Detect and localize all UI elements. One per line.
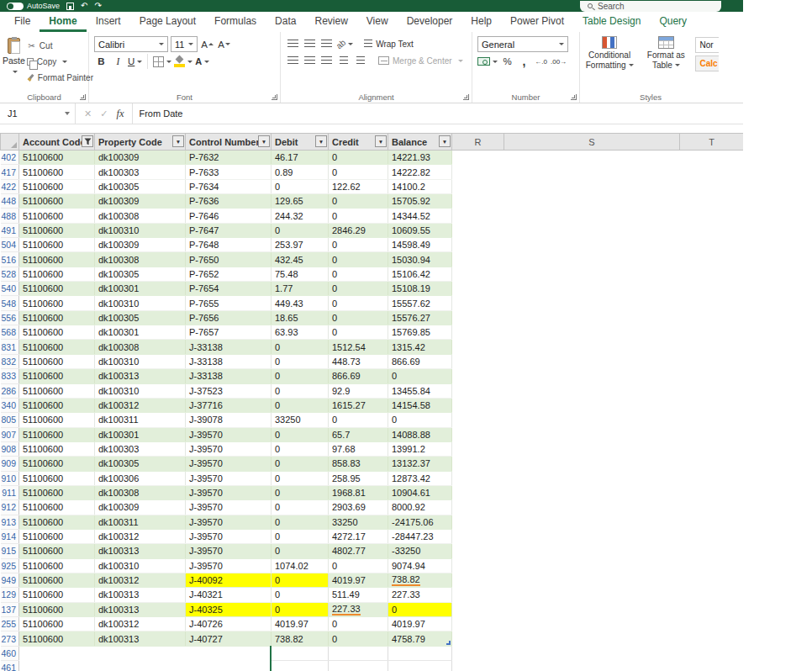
name-box-dropdown-icon[interactable] (65, 112, 70, 115)
cell-debit[interactable]: 253.97 (272, 238, 329, 252)
cell-credit[interactable]: 0 (329, 238, 388, 252)
cell-balance[interactable]: 0 (388, 369, 452, 383)
cell-balance[interactable]: 13991.2 (388, 441, 452, 456)
cell-s[interactable] (504, 310, 680, 325)
cell-debit[interactable]: 0 (272, 441, 329, 456)
cell-r[interactable] (452, 398, 504, 412)
cell-property[interactable]: dk100306 (95, 471, 186, 485)
cell-account[interactable]: 51100600 (19, 310, 95, 325)
cell-debit[interactable]: 738.82 (272, 631, 329, 646)
cell-r[interactable] (452, 441, 504, 456)
decrease-font-size-button[interactable]: A (217, 37, 231, 52)
insert-function-icon[interactable]: fx (116, 108, 124, 120)
column-header-balance[interactable]: Balance▼ (388, 134, 452, 151)
cell-t[interactable] (680, 558, 744, 573)
column-header-r[interactable]: R (452, 134, 504, 151)
cell-t[interactable] (680, 602, 744, 616)
cell-account[interactable]: 51100600 (19, 194, 95, 209)
underline-button[interactable]: U (128, 54, 142, 69)
cell-credit[interactable]: 0 (329, 209, 388, 223)
cell-control[interactable]: J-37523 (186, 383, 272, 398)
cell-debit[interactable]: 46.17 (272, 151, 329, 165)
column-header-t[interactable]: T (680, 134, 744, 151)
row-header-910[interactable]: 910 (1, 471, 19, 485)
row-header-913[interactable]: 913 (1, 515, 19, 529)
cell-property[interactable]: dk100303 (95, 441, 186, 456)
cell-balance[interactable]: 4758.79 (388, 631, 452, 646)
paste-button[interactable]: Paste (3, 35, 25, 91)
cell-account[interactable]: 51100600 (19, 500, 95, 515)
cell-account[interactable]: 51100600 (19, 413, 95, 427)
tab-power-pivot[interactable]: Power Pivot (501, 12, 573, 32)
cell-account[interactable]: 51100600 (19, 325, 95, 340)
cell-debit[interactable]: 0 (272, 471, 329, 485)
filter-dropdown-icon[interactable]: ▼ (258, 135, 270, 147)
cell-control[interactable]: J-39078 (186, 413, 272, 427)
cell-s[interactable] (504, 413, 680, 427)
cell-control[interactable]: J-40092 (186, 573, 272, 587)
cell-property[interactable]: dk100312 (95, 573, 186, 587)
cell-s[interactable] (504, 325, 680, 340)
font-color-button[interactable]: A (195, 54, 209, 69)
cell-balance[interactable]: 14344.52 (388, 209, 452, 223)
cell-t[interactable] (680, 661, 744, 671)
cell-property[interactable]: dk100301 (95, 427, 186, 441)
cell-debit[interactable]: 449.43 (272, 296, 329, 310)
cell-credit[interactable]: 1615.27 (329, 398, 388, 412)
font-name-select[interactable]: Calibri (94, 36, 168, 52)
tab-home[interactable]: Home (40, 12, 86, 32)
cell-property[interactable]: dk100309 (95, 500, 186, 515)
cell-r[interactable] (452, 223, 504, 237)
cell-debit[interactable]: 0 (272, 427, 329, 441)
filter-dropdown-icon[interactable]: ▼ (315, 135, 327, 147)
cell-balance[interactable]: 15576.27 (388, 310, 452, 325)
cell-t[interactable] (680, 573, 744, 587)
cell-t[interactable] (680, 413, 744, 427)
cell-control[interactable]: P-7646 (186, 209, 272, 223)
cell-s[interactable] (504, 558, 680, 573)
cell-balance[interactable]: 738.82 (388, 573, 452, 587)
cancel-icon[interactable]: ✕ (84, 108, 92, 119)
cell-debit[interactable]: 129.65 (272, 194, 329, 209)
cell-balance[interactable]: 9074.94 (388, 558, 452, 573)
cell-t[interactable] (680, 282, 744, 296)
italic-button[interactable]: I (111, 54, 125, 69)
cell-balance[interactable]: 227.33 (388, 588, 452, 602)
tab-table-design[interactable]: Table Design (573, 12, 650, 32)
cell-r[interactable] (452, 252, 504, 267)
cell-debit[interactable]: 1.77 (272, 282, 329, 296)
cell-balance[interactable]: 0 (388, 602, 452, 616)
cell-debit[interactable]: 0 (272, 369, 329, 383)
cell-balance[interactable]: 14100.2 (388, 179, 452, 193)
cell-debit[interactable]: 18.65 (272, 310, 329, 325)
row-header-422[interactable]: 422 (1, 179, 19, 193)
filter-dropdown-icon[interactable]: ▼ (375, 135, 387, 147)
cell-control[interactable]: P-7632 (186, 151, 272, 165)
cell-credit[interactable]: 858.83 (329, 457, 388, 471)
cell-property[interactable]: dk100305 (95, 267, 186, 281)
cell-t[interactable] (680, 369, 744, 383)
table-resize-handle[interactable] (446, 641, 451, 645)
cell-account[interactable]: 51100600 (19, 398, 95, 412)
cell-credit[interactable]: 65.7 (329, 427, 388, 441)
cell-debit[interactable]: 0 (272, 602, 329, 616)
cell-s[interactable] (504, 631, 680, 646)
cell-t[interactable] (680, 296, 744, 310)
cell-account[interactable]: 51100600 (19, 457, 95, 471)
cell-account[interactable]: 51100600 (19, 631, 95, 646)
cell-balance[interactable]: 15557.62 (388, 296, 452, 310)
tab-view[interactable]: View (357, 12, 398, 32)
filter-dropdown-icon[interactable]: ▼ (172, 135, 184, 147)
cell-t[interactable] (680, 209, 744, 223)
align-middle-button[interactable] (303, 36, 317, 51)
cell-property[interactable] (95, 646, 186, 660)
cell-r[interactable] (452, 457, 504, 471)
cell-property[interactable]: dk100308 (95, 209, 186, 223)
cell-balance[interactable] (388, 661, 452, 671)
cell-account[interactable]: 51100600 (19, 296, 95, 310)
cell-account[interactable]: 51100600 (19, 252, 95, 267)
cell-balance[interactable]: 14222.82 (388, 165, 452, 179)
cell-account[interactable]: 51100600 (19, 151, 95, 165)
tab-file[interactable]: File (5, 12, 40, 32)
cell-debit[interactable]: 0 (272, 457, 329, 471)
